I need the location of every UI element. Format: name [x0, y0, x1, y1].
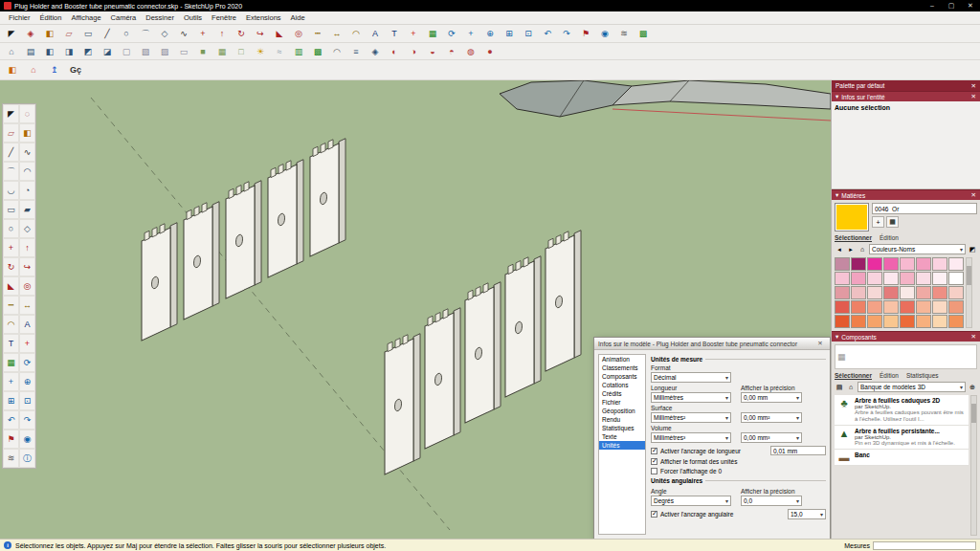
color-swatch[interactable] [916, 272, 931, 285]
current-material-swatch[interactable] [835, 203, 869, 231]
pie-tool[interactable]: ◔ [19, 181, 35, 200]
model-info-button[interactable]: ⓘ [19, 449, 35, 468]
color-swatch[interactable] [851, 272, 866, 285]
three-point-arc-tool[interactable]: ◡ [3, 181, 19, 200]
share-model-icon[interactable]: ↥ [45, 62, 64, 78]
menu-item[interactable]: Extensions [241, 13, 286, 22]
previous-view[interactable]: ↶ [3, 410, 19, 430]
rotate-tool[interactable]: ↻ [3, 257, 19, 276]
color-swatch[interactable] [851, 315, 866, 328]
walk-tool[interactable]: ≋ [615, 27, 633, 41]
line-tool[interactable]: ╱ [3, 143, 19, 162]
components-scrollbar[interactable] [970, 395, 977, 536]
color-swatch[interactable] [867, 300, 882, 314]
line-tool[interactable]: ╱ [99, 27, 116, 41]
polygon-tool[interactable]: ◇ [156, 27, 173, 41]
color-swatch[interactable] [867, 272, 882, 285]
components-panel-icon[interactable]: ◧ [3, 62, 22, 78]
search-icon[interactable]: ⊕ [968, 384, 977, 391]
polygon-tool[interactable]: ◇ [19, 219, 35, 238]
menu-item[interactable]: Aide [286, 13, 310, 22]
sample-paint-icon[interactable]: ◩ [968, 246, 977, 253]
component-list-item[interactable]: ▬ Banc [835, 450, 969, 466]
3d-warehouse-icon[interactable]: ⌂ [24, 62, 43, 78]
component-list-item[interactable]: ▲ Arbre à feuilles persistante... par Sk… [835, 426, 969, 450]
surface-precision-select[interactable]: 0,00 mm² [741, 412, 802, 423]
orbit-tool[interactable]: ⟳ [19, 353, 35, 372]
eraser-tool[interactable]: ▱ [3, 123, 19, 143]
move-tool[interactable]: + [194, 27, 212, 41]
menu-item[interactable]: Outils [179, 13, 207, 22]
menu-item[interactable]: Affichage [66, 13, 105, 22]
angle-snap-select[interactable]: 15,0 [788, 509, 826, 519]
viewport-3d[interactable]: ◤◌▱◧╱∿⌒◠◡◔▭▰○◇+↑↻↪◣◎┅↔◠AT+▦⟳+⊕⊞⊡↶↷⚑◉≋ⓘ I… [0, 80, 831, 539]
materials-tab-edit[interactable]: Édition [880, 234, 899, 241]
create-material-button[interactable]: + [872, 216, 884, 228]
category-item[interactable]: Statistiques [599, 424, 645, 432]
lasso-tool[interactable]: ◌ [19, 104, 35, 123]
left-view[interactable]: ◪ [99, 44, 116, 58]
rotated-rectangle-tool[interactable]: ▰ [19, 200, 35, 219]
dialog-titlebar[interactable]: Infos sur le modèle - Plug Holder and Bo… [594, 338, 830, 350]
previous-view[interactable]: ↶ [539, 27, 556, 41]
zoom-extents-tool[interactable]: ⊡ [19, 391, 35, 410]
plug-holder-strip-back[interactable] [142, 134, 345, 341]
solid-intersect[interactable]: ◓ [443, 44, 460, 58]
material-name-input[interactable] [872, 203, 977, 214]
select-tool[interactable]: ◤ [3, 104, 19, 123]
solid-subtract[interactable]: ◑ [405, 44, 422, 58]
menu-item[interactable]: Dessiner [141, 13, 179, 22]
length-unit-select[interactable]: Millimètres [651, 392, 731, 403]
components-tab-select[interactable]: Sélectionner [835, 372, 872, 379]
menu-item[interactable]: Fichier [4, 13, 35, 22]
length-precision-select[interactable]: 0,00 mm [741, 392, 802, 403]
color-swatch[interactable] [867, 286, 882, 299]
color-swatch[interactable] [916, 300, 931, 314]
tray-close-icon[interactable]: ✕ [971, 82, 976, 90]
category-item[interactable]: Fichier [599, 398, 645, 407]
angle-unit-select[interactable]: Degrés [651, 496, 731, 506]
category-item[interactable]: Rendu [599, 415, 645, 424]
category-item[interactable]: Unités [599, 441, 645, 450]
color-swatch[interactable] [867, 315, 882, 328]
color-swatch[interactable] [851, 300, 866, 314]
category-item[interactable]: Composants [599, 372, 645, 381]
position-camera-tool[interactable]: ⚑ [577, 27, 594, 41]
orbit-tool[interactable]: ⟳ [443, 27, 460, 41]
next-view[interactable]: ↷ [19, 410, 35, 430]
color-swatch[interactable] [835, 257, 850, 271]
minimize-button[interactable]: – [926, 2, 938, 10]
offset-tool[interactable]: ◎ [19, 276, 35, 296]
length-snap-input[interactable] [770, 446, 826, 455]
select-tool[interactable]: ◤ [3, 27, 20, 41]
color-swatch[interactable] [948, 286, 964, 299]
materials-header[interactable]: ▾ Matières ✕ [832, 189, 980, 200]
look-around-tool[interactable]: ◉ [596, 27, 613, 41]
dimension-tool[interactable]: ↔ [19, 296, 35, 315]
solid-trim[interactable]: ◒ [424, 44, 441, 58]
surface-unit-select[interactable]: Millimètres² [651, 412, 731, 423]
volume-unit-select[interactable]: Millimètres³ [651, 432, 731, 443]
tape-measure-tool[interactable]: ┅ [309, 27, 326, 41]
tags-panel[interactable]: ◈ [367, 44, 384, 58]
protractor-tool[interactable]: ◠ [3, 315, 19, 334]
follow-me-tool[interactable]: ↪ [252, 27, 269, 41]
color-swatch[interactable] [900, 272, 915, 285]
iso-view[interactable]: ⌂ [3, 44, 20, 58]
gray-component[interactable] [500, 80, 831, 117]
collapse-icon[interactable]: ▾ [835, 191, 838, 199]
3d-text-tool[interactable]: T [386, 27, 403, 41]
materials-scrollbar[interactable] [966, 257, 972, 328]
make-component[interactable]: ◈ [22, 27, 39, 41]
zoom-window-tool[interactable]: ⊞ [3, 391, 19, 410]
color-swatch[interactable] [948, 257, 964, 271]
freehand-tool[interactable]: ∿ [19, 143, 35, 162]
outer-shell[interactable]: ● [481, 44, 499, 58]
arc-tool[interactable]: ⌒ [3, 162, 19, 181]
category-item[interactable]: Crédits [599, 389, 645, 398]
color-swatch[interactable] [916, 315, 931, 328]
color-swatch[interactable] [932, 272, 947, 285]
home-icon[interactable]: ⌂ [858, 246, 867, 253]
color-swatch[interactable] [851, 257, 866, 271]
hidden-line-style[interactable]: ▭ [175, 44, 192, 58]
